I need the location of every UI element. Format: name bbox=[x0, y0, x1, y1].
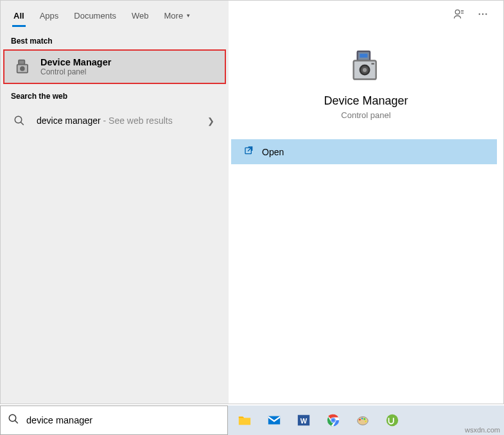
chevron-right-icon: ❯ bbox=[207, 116, 220, 126]
best-match-label: Best match bbox=[1, 29, 229, 49]
result-subtitle: Control panel bbox=[40, 67, 216, 76]
open-icon bbox=[244, 146, 254, 158]
svg-point-3 bbox=[15, 116, 22, 123]
file-explorer-icon[interactable] bbox=[230, 407, 259, 433]
svg-point-6 bbox=[479, 13, 480, 15]
feedback-icon[interactable] bbox=[453, 8, 465, 24]
svg-point-8 bbox=[485, 13, 487, 15]
svg-point-5 bbox=[455, 10, 460, 14]
mail-icon[interactable] bbox=[260, 407, 288, 433]
web-result-text: device manager - See web results bbox=[37, 115, 173, 126]
svg-point-26 bbox=[359, 419, 361, 421]
svg-text:W: W bbox=[300, 417, 308, 425]
more-icon[interactable] bbox=[477, 8, 489, 23]
header-actions bbox=[453, 8, 498, 24]
preview-panel: Device Manager Control panel Open bbox=[229, 1, 503, 404]
search-bar[interactable] bbox=[0, 405, 228, 435]
web-suffix: - See web results bbox=[101, 115, 173, 126]
search-web-label: Search the web bbox=[1, 84, 229, 105]
svg-point-29 bbox=[365, 420, 367, 422]
results-panel: All Apps Documents Web More ▼ Best match… bbox=[1, 1, 229, 404]
svg-point-7 bbox=[482, 13, 483, 15]
preview-title: Device Manager bbox=[324, 94, 408, 108]
tab-more[interactable]: More ▼ bbox=[157, 4, 199, 26]
filter-tabs: All Apps Documents Web More ▼ bbox=[1, 1, 229, 29]
svg-point-13 bbox=[363, 68, 367, 72]
svg-point-27 bbox=[361, 418, 363, 420]
watermark: wsxdn.com bbox=[465, 426, 500, 434]
svg-point-28 bbox=[363, 418, 365, 420]
svg-point-2 bbox=[21, 67, 24, 71]
tab-more-label: More bbox=[164, 11, 184, 21]
open-label: Open bbox=[262, 147, 284, 157]
chrome-icon[interactable] bbox=[319, 407, 347, 433]
result-text: Device Manager Control panel bbox=[40, 57, 216, 76]
svg-point-24 bbox=[331, 418, 335, 422]
open-action[interactable]: Open bbox=[231, 139, 497, 164]
result-title: Device Manager bbox=[40, 57, 216, 67]
result-device-manager[interactable]: Device Manager Control panel bbox=[3, 49, 226, 84]
tab-documents[interactable]: Documents bbox=[66, 4, 124, 26]
utorrent-icon[interactable] bbox=[378, 407, 406, 433]
svg-rect-14 bbox=[371, 63, 374, 64]
tab-apps[interactable]: Apps bbox=[32, 4, 67, 26]
svg-rect-0 bbox=[19, 60, 24, 65]
preview-card: Device Manager Control panel bbox=[229, 39, 503, 139]
svg-point-30 bbox=[387, 414, 398, 426]
web-result-item[interactable]: device manager - See web results ❯ bbox=[1, 105, 229, 137]
device-manager-icon bbox=[345, 46, 387, 87]
search-icon bbox=[1, 413, 26, 427]
device-manager-icon bbox=[13, 57, 33, 76]
paint-icon[interactable] bbox=[349, 407, 377, 433]
search-icon bbox=[10, 111, 29, 130]
word-icon[interactable]: W bbox=[290, 407, 318, 433]
svg-rect-10 bbox=[360, 54, 367, 58]
search-window: All Apps Documents Web More ▼ Best match… bbox=[0, 0, 504, 404]
svg-line-4 bbox=[21, 122, 24, 125]
search-input[interactable] bbox=[26, 415, 227, 425]
taskbar: W bbox=[228, 405, 504, 435]
chevron-down-icon: ▼ bbox=[186, 13, 191, 19]
tab-web[interactable]: Web bbox=[124, 4, 157, 26]
preview-subtitle: Control panel bbox=[341, 110, 390, 120]
tab-all[interactable]: All bbox=[6, 4, 32, 26]
svg-point-16 bbox=[9, 414, 16, 422]
web-query: device manager bbox=[37, 115, 101, 126]
svg-line-17 bbox=[15, 420, 18, 423]
